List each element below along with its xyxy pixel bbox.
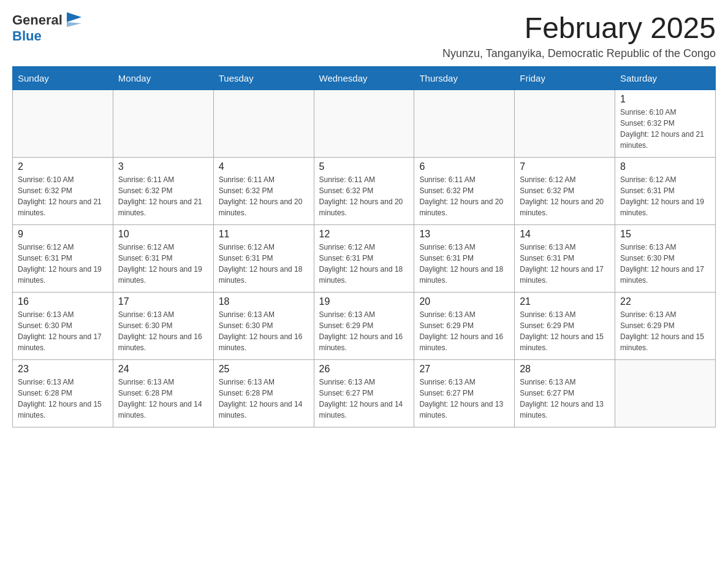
calendar-table: Sunday Monday Tuesday Wednesday Thursday… xyxy=(12,66,716,427)
day-info: Sunrise: 6:13 AM Sunset: 6:31 PM Dayligh… xyxy=(520,242,610,286)
table-row: 8Sunrise: 6:12 AM Sunset: 6:31 PM Daylig… xyxy=(615,157,716,224)
calendar-week-row: 16Sunrise: 6:13 AM Sunset: 6:30 PM Dayli… xyxy=(13,292,716,359)
day-number: 4 xyxy=(219,161,309,172)
weekday-header-row: Sunday Monday Tuesday Wednesday Thursday… xyxy=(13,66,716,90)
header-friday: Friday xyxy=(515,66,615,90)
day-info: Sunrise: 6:13 AM Sunset: 6:30 PM Dayligh… xyxy=(219,309,309,353)
day-number: 16 xyxy=(18,296,108,307)
day-number: 17 xyxy=(118,296,208,307)
location-subtitle: Nyunzu, Tanganyika, Democratic Republic … xyxy=(442,47,716,60)
svg-marker-1 xyxy=(67,22,82,27)
day-number: 20 xyxy=(419,296,509,307)
table-row: 23Sunrise: 6:13 AM Sunset: 6:28 PM Dayli… xyxy=(13,359,113,427)
day-number: 22 xyxy=(620,296,710,307)
calendar-week-row: 23Sunrise: 6:13 AM Sunset: 6:28 PM Dayli… xyxy=(13,359,716,427)
day-info: Sunrise: 6:13 AM Sunset: 6:27 PM Dayligh… xyxy=(419,377,509,421)
day-number: 18 xyxy=(219,296,309,307)
title-area: February 2025 Nyunzu, Tanganyika, Democr… xyxy=(442,12,716,60)
logo-text-blue: Blue xyxy=(12,28,42,44)
table-row: 26Sunrise: 6:13 AM Sunset: 6:27 PM Dayli… xyxy=(314,359,414,427)
day-info: Sunrise: 6:11 AM Sunset: 6:32 PM Dayligh… xyxy=(219,174,309,218)
day-info: Sunrise: 6:13 AM Sunset: 6:28 PM Dayligh… xyxy=(219,377,309,421)
logo: General Blue xyxy=(12,12,84,44)
header-saturday: Saturday xyxy=(615,66,716,90)
day-number: 2 xyxy=(18,161,108,172)
day-info: Sunrise: 6:13 AM Sunset: 6:28 PM Dayligh… xyxy=(118,377,208,421)
day-number: 24 xyxy=(118,364,208,375)
day-number: 8 xyxy=(620,161,710,172)
table-row: 2Sunrise: 6:10 AM Sunset: 6:32 PM Daylig… xyxy=(13,157,113,224)
table-row xyxy=(213,90,314,157)
logo-text-general: General xyxy=(12,12,63,28)
day-number: 21 xyxy=(520,296,610,307)
day-number: 10 xyxy=(118,229,208,240)
day-info: Sunrise: 6:12 AM Sunset: 6:31 PM Dayligh… xyxy=(620,174,710,218)
day-number: 26 xyxy=(319,364,409,375)
table-row: 20Sunrise: 6:13 AM Sunset: 6:29 PM Dayli… xyxy=(414,292,515,359)
day-number: 13 xyxy=(419,229,509,240)
day-info: Sunrise: 6:13 AM Sunset: 6:29 PM Dayligh… xyxy=(520,309,610,353)
table-row: 4Sunrise: 6:11 AM Sunset: 6:32 PM Daylig… xyxy=(213,157,314,224)
day-number: 28 xyxy=(520,364,610,375)
day-number: 3 xyxy=(118,161,208,172)
day-info: Sunrise: 6:13 AM Sunset: 6:30 PM Dayligh… xyxy=(18,309,108,353)
table-row: 16Sunrise: 6:13 AM Sunset: 6:30 PM Dayli… xyxy=(13,292,113,359)
day-number: 12 xyxy=(319,229,409,240)
day-info: Sunrise: 6:13 AM Sunset: 6:30 PM Dayligh… xyxy=(118,309,208,353)
day-number: 9 xyxy=(18,229,108,240)
day-number: 6 xyxy=(419,161,509,172)
day-info: Sunrise: 6:11 AM Sunset: 6:32 PM Dayligh… xyxy=(118,174,208,218)
table-row: 13Sunrise: 6:13 AM Sunset: 6:31 PM Dayli… xyxy=(414,224,515,292)
header-monday: Monday xyxy=(113,66,213,90)
table-row: 19Sunrise: 6:13 AM Sunset: 6:29 PM Dayli… xyxy=(314,292,414,359)
table-row xyxy=(13,90,113,157)
day-info: Sunrise: 6:10 AM Sunset: 6:32 PM Dayligh… xyxy=(18,174,108,218)
day-info: Sunrise: 6:10 AM Sunset: 6:32 PM Dayligh… xyxy=(620,107,710,151)
day-number: 5 xyxy=(319,161,409,172)
header-tuesday: Tuesday xyxy=(213,66,314,90)
table-row xyxy=(615,359,716,427)
day-info: Sunrise: 6:13 AM Sunset: 6:30 PM Dayligh… xyxy=(620,242,710,286)
table-row: 24Sunrise: 6:13 AM Sunset: 6:28 PM Dayli… xyxy=(113,359,213,427)
table-row xyxy=(515,90,615,157)
table-row xyxy=(414,90,515,157)
day-info: Sunrise: 6:12 AM Sunset: 6:32 PM Dayligh… xyxy=(520,174,610,218)
day-info: Sunrise: 6:13 AM Sunset: 6:29 PM Dayligh… xyxy=(620,309,710,353)
day-number: 19 xyxy=(319,296,409,307)
header-thursday: Thursday xyxy=(414,66,515,90)
table-row: 9Sunrise: 6:12 AM Sunset: 6:31 PM Daylig… xyxy=(13,224,113,292)
day-info: Sunrise: 6:13 AM Sunset: 6:27 PM Dayligh… xyxy=(520,377,610,421)
table-row: 28Sunrise: 6:13 AM Sunset: 6:27 PM Dayli… xyxy=(515,359,615,427)
table-row xyxy=(113,90,213,157)
day-info: Sunrise: 6:12 AM Sunset: 6:31 PM Dayligh… xyxy=(219,242,309,286)
day-info: Sunrise: 6:11 AM Sunset: 6:32 PM Dayligh… xyxy=(319,174,409,218)
month-title: February 2025 xyxy=(442,12,716,45)
table-row: 6Sunrise: 6:11 AM Sunset: 6:32 PM Daylig… xyxy=(414,157,515,224)
day-number: 11 xyxy=(219,229,309,240)
day-info: Sunrise: 6:11 AM Sunset: 6:32 PM Dayligh… xyxy=(419,174,509,218)
table-row: 3Sunrise: 6:11 AM Sunset: 6:32 PM Daylig… xyxy=(113,157,213,224)
page-header: General Blue February 2025 Nyunzu, Tanga… xyxy=(12,12,716,60)
day-info: Sunrise: 6:13 AM Sunset: 6:29 PM Dayligh… xyxy=(319,309,409,353)
table-row: 7Sunrise: 6:12 AM Sunset: 6:32 PM Daylig… xyxy=(515,157,615,224)
table-row: 27Sunrise: 6:13 AM Sunset: 6:27 PM Dayli… xyxy=(414,359,515,427)
day-number: 1 xyxy=(620,94,710,105)
table-row: 25Sunrise: 6:13 AM Sunset: 6:28 PM Dayli… xyxy=(213,359,314,427)
day-number: 7 xyxy=(520,161,610,172)
day-info: Sunrise: 6:13 AM Sunset: 6:27 PM Dayligh… xyxy=(319,377,409,421)
table-row: 22Sunrise: 6:13 AM Sunset: 6:29 PM Dayli… xyxy=(615,292,716,359)
day-info: Sunrise: 6:13 AM Sunset: 6:28 PM Dayligh… xyxy=(18,377,108,421)
table-row: 15Sunrise: 6:13 AM Sunset: 6:30 PM Dayli… xyxy=(615,224,716,292)
table-row xyxy=(314,90,414,157)
calendar-week-row: 9Sunrise: 6:12 AM Sunset: 6:31 PM Daylig… xyxy=(13,224,716,292)
day-number: 23 xyxy=(18,364,108,375)
day-info: Sunrise: 6:12 AM Sunset: 6:31 PM Dayligh… xyxy=(118,242,208,286)
table-row: 12Sunrise: 6:12 AM Sunset: 6:31 PM Dayli… xyxy=(314,224,414,292)
header-sunday: Sunday xyxy=(13,66,113,90)
calendar-week-row: 2Sunrise: 6:10 AM Sunset: 6:32 PM Daylig… xyxy=(13,157,716,224)
table-row: 14Sunrise: 6:13 AM Sunset: 6:31 PM Dayli… xyxy=(515,224,615,292)
day-info: Sunrise: 6:13 AM Sunset: 6:31 PM Dayligh… xyxy=(419,242,509,286)
day-number: 25 xyxy=(219,364,309,375)
table-row: 1Sunrise: 6:10 AM Sunset: 6:32 PM Daylig… xyxy=(615,90,716,157)
table-row: 11Sunrise: 6:12 AM Sunset: 6:31 PM Dayli… xyxy=(213,224,314,292)
